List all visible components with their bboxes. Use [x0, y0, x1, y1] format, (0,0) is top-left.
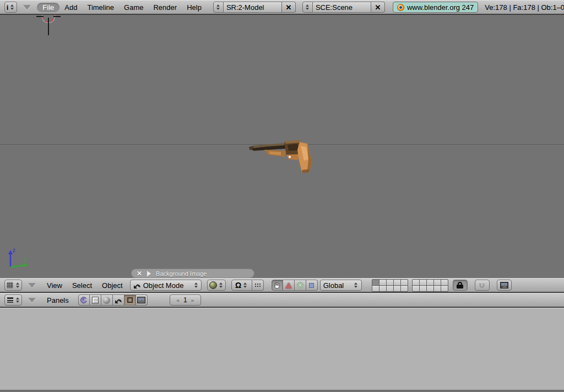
screen-browse-button[interactable] — [213, 2, 224, 13]
spinner-arrows-icon — [305, 3, 310, 11]
collapse-header-menu-icon[interactable] — [28, 298, 36, 303]
scene-close-button[interactable]: ✕ — [371, 2, 385, 13]
layer-buttons-group-1[interactable] — [372, 279, 408, 292]
menu-render[interactable]: Render — [148, 3, 182, 12]
render-preview-button[interactable] — [497, 280, 512, 291]
shading-sphere-icon — [103, 297, 110, 304]
context-logic-button[interactable] — [78, 295, 90, 306]
menu-timeline[interactable]: Timeline — [82, 3, 119, 12]
context-script-button[interactable] — [90, 295, 101, 306]
axis-z-label: z — [13, 247, 15, 253]
layer-toggle[interactable] — [420, 286, 426, 291]
scene-lock-toggle[interactable] — [453, 280, 468, 291]
frame-number-stepper[interactable]: ◂ 1 ▸ — [170, 295, 201, 306]
editor-type-button[interactable] — [4, 295, 22, 306]
orientation-label: Global — [323, 281, 344, 290]
editor-type-button[interactable] — [4, 280, 22, 291]
menu-panels[interactable]: Panels — [42, 296, 74, 304]
layer-toggle[interactable] — [427, 286, 433, 291]
translate-manipulator-toggle[interactable] — [283, 280, 295, 291]
scene-browse-button[interactable] — [302, 2, 313, 13]
buttons-window-icon — [7, 297, 14, 303]
3d-cursor — [36, 15, 61, 29]
layer-toggle[interactable] — [387, 280, 393, 285]
collapse-header-menu-icon[interactable] — [28, 283, 36, 288]
object-arrows-icon — [115, 297, 122, 304]
menu-object[interactable]: Object — [97, 281, 128, 290]
context-object-button[interactable] — [113, 295, 124, 306]
orientation-dropdown[interactable]: Global — [320, 280, 362, 291]
editor-type-button[interactable]: i — [4, 2, 17, 13]
background-image-panel[interactable]: ✕ Background Image — [131, 269, 254, 278]
layer-buttons-group-2[interactable] — [412, 279, 448, 292]
menu-select[interactable]: Select — [67, 281, 97, 290]
scene-image-icon — [137, 297, 145, 303]
version-label: www.blender.org 247 — [407, 3, 474, 12]
context-buttons-group — [78, 295, 148, 306]
expand-arrow-icon[interactable] — [147, 271, 151, 276]
viewport-header: View Select Object Object Mode Ω — [0, 278, 564, 293]
close-icon[interactable]: ✕ — [137, 270, 142, 277]
context-editing-button[interactable] — [124, 295, 136, 306]
spinner-arrows-icon — [218, 281, 224, 289]
axis-widget: z y — [4, 246, 33, 271]
pivot-dropdown[interactable]: Ω — [231, 280, 252, 291]
layer-toggle[interactable] — [441, 286, 448, 291]
layer-toggle[interactable] — [441, 280, 448, 285]
manipulator-toggle[interactable] — [272, 280, 283, 291]
layer-toggle[interactable] — [372, 286, 379, 291]
layer-toggle[interactable] — [434, 280, 441, 285]
screen-close-button[interactable]: ✕ — [282, 2, 296, 13]
layer-toggle[interactable] — [379, 280, 386, 285]
rotate-manipulator-toggle[interactable] — [295, 280, 306, 291]
grid-icon — [6, 282, 14, 288]
editing-square-icon — [127, 297, 133, 303]
scene-statistics: Ve:178 | Fa:178 | Ob:1–0 | La:0 | M — [485, 3, 564, 12]
menu-help[interactable]: Help — [182, 3, 207, 12]
scene-name-field[interactable]: SCE:Scene — [313, 2, 371, 13]
scale-manipulator-toggle[interactable] — [306, 280, 318, 291]
layer-toggle[interactable] — [401, 280, 408, 285]
layer-toggle[interactable] — [434, 286, 441, 291]
scale-square-icon — [309, 283, 314, 288]
menu-game[interactable]: Game — [119, 3, 148, 12]
move-centers-toggle[interactable] — [252, 280, 264, 291]
screen-name-field[interactable]: SR:2-Model — [224, 2, 282, 13]
menu-view[interactable]: View — [42, 281, 67, 290]
snap-toggle[interactable] — [475, 280, 490, 291]
render-preview-icon — [500, 282, 508, 288]
rifle-model[interactable] — [242, 132, 319, 181]
layer-toggle[interactable] — [413, 286, 419, 291]
layer-toggle[interactable] — [387, 286, 393, 291]
layer-toggle[interactable] — [420, 280, 426, 285]
close-icon: ✕ — [375, 3, 381, 12]
lock-icon — [457, 282, 463, 288]
translate-triangle-icon — [285, 282, 292, 288]
layer-toggle[interactable] — [379, 286, 386, 291]
layer-toggle[interactable] — [394, 286, 400, 291]
frame-decrement-icon[interactable]: ◂ — [176, 297, 179, 303]
logic-pacman-icon — [80, 296, 88, 304]
mode-dropdown[interactable]: Object Mode — [130, 280, 202, 291]
layer-toggle[interactable] — [401, 286, 408, 291]
3d-viewport[interactable]: z y ✕ Background Image — [0, 15, 564, 278]
layer-toggle[interactable] — [372, 280, 379, 285]
menu-file[interactable]: File — [37, 3, 59, 12]
frame-number-value: 1 — [183, 296, 187, 304]
spinner-arrows-icon — [353, 281, 359, 289]
layer-toggle[interactable] — [427, 280, 433, 285]
version-button[interactable]: www.blender.org 247 — [393, 2, 478, 13]
layer-toggle[interactable] — [413, 280, 419, 285]
buttons-header: Panels — [0, 293, 564, 308]
buttons-window-body[interactable] — [0, 308, 564, 390]
draw-type-dropdown[interactable] — [207, 280, 226, 291]
menu-add[interactable]: Add — [59, 3, 82, 12]
layer-toggle[interactable] — [394, 280, 400, 285]
spinner-arrows-icon — [215, 3, 221, 11]
pivot-group: Ω — [231, 280, 264, 291]
context-shading-button[interactable] — [101, 295, 113, 306]
spinner-arrows-icon — [15, 296, 20, 304]
context-scene-button[interactable] — [136, 295, 148, 306]
collapse-header-menu-icon[interactable] — [23, 5, 31, 10]
frame-increment-icon[interactable]: ▸ — [192, 297, 195, 303]
